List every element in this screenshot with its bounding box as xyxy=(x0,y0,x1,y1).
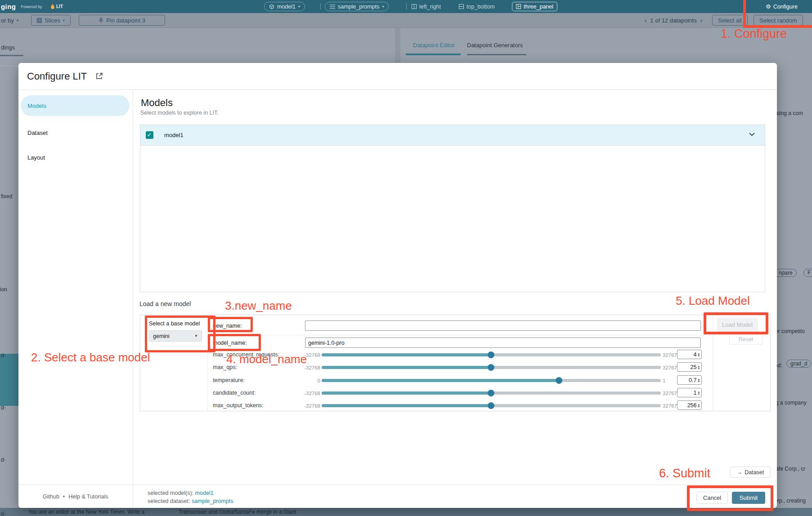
annotation-step1: 1. Configure xyxy=(721,27,787,41)
chevron-down-icon: ▾ xyxy=(382,4,384,9)
prev-datapoint-button[interactable]: ‹ xyxy=(645,17,646,24)
slider-thumb[interactable] xyxy=(488,390,494,396)
load-model-button[interactable]: Load Model xyxy=(717,318,758,332)
spinner-arrows-icon[interactable]: ▴▾ xyxy=(698,378,700,383)
model-selector-button[interactable]: model1 ▾ xyxy=(264,2,305,11)
layout-grid-icon xyxy=(459,4,464,9)
lit-brand: LIT xyxy=(50,2,63,11)
background-fragment: d- xyxy=(1,405,6,411)
powered-by-label: Powered by xyxy=(21,2,42,11)
dataset-selector-button[interactable]: sample_prompts ▾ xyxy=(325,2,389,11)
number-spinner[interactable]: 1▴▾ xyxy=(677,388,702,397)
dialog-header: Configure LIT xyxy=(18,63,777,90)
divider xyxy=(210,335,705,335)
slider-thumb[interactable] xyxy=(556,377,562,384)
section-heading: Models xyxy=(141,97,173,109)
select-random-button[interactable]: Select random xyxy=(754,15,803,26)
background-tab-datapoint-generators[interactable]: Datapoint Generators xyxy=(467,42,523,49)
background-fragment: You are an editor at the New York Times.… xyxy=(28,509,144,515)
background-button-fragment[interactable]: F xyxy=(803,269,812,277)
configure-button[interactable]: ⚙ Configure xyxy=(766,2,798,11)
number-spinner[interactable]: 256▴▾ xyxy=(677,400,702,410)
dialog-title: Configure LIT xyxy=(27,71,87,82)
background-fragment: Transocean and GlobalSantaFe merge in a … xyxy=(179,509,296,515)
model-name-input[interactable] xyxy=(305,338,701,348)
selected-dataset-line: selected dataset: sample_prompts xyxy=(148,498,233,504)
base-model-select[interactable]: gemini ▼ xyxy=(149,330,202,342)
background-fragment: fixed xyxy=(1,193,12,200)
slider[interactable] xyxy=(322,391,661,395)
base-model-label: Select a base model xyxy=(149,320,200,327)
layout-left-right-button[interactable]: left_right xyxy=(412,2,441,11)
chevron-down-icon[interactable] xyxy=(749,133,755,136)
slider-thumb[interactable] xyxy=(488,364,494,371)
slider-thumb[interactable] xyxy=(488,351,494,358)
nav-item-dataset[interactable]: Dataset xyxy=(27,129,48,136)
pin-datapoint-button[interactable]: Pin datapoint 3 xyxy=(79,15,165,26)
color-by-dropdown[interactable]: or by ▾ xyxy=(1,15,18,26)
select-all-button[interactable]: Select all xyxy=(712,15,748,26)
selected-dataset-link[interactable]: sample_prompts xyxy=(192,498,233,504)
divider xyxy=(18,485,777,485)
slider-row-candidate-count: candidate_count: -32768 32767 1▴▾ xyxy=(140,388,707,398)
github-link[interactable]: Github xyxy=(43,494,59,500)
background-tab-embeddings[interactable]: dings xyxy=(1,44,15,51)
nav-item-layout[interactable]: Layout xyxy=(27,154,45,161)
gear-icon: ⚙ xyxy=(766,3,771,10)
number-spinner[interactable]: 25▴▾ xyxy=(677,362,702,372)
flame-icon xyxy=(50,4,55,9)
spinner-arrows-icon[interactable]: ▴▾ xyxy=(698,365,700,369)
model-row[interactable]: model1 xyxy=(140,125,765,146)
selection-toolbar: or by ▾ Slices ▾ Pin datapoint 3 ‹ 1 of … xyxy=(0,13,812,28)
background-fragment: ating a com xyxy=(775,110,803,116)
model-checkbox[interactable] xyxy=(146,131,153,139)
slider[interactable] xyxy=(322,366,661,369)
slider[interactable] xyxy=(322,379,661,382)
model-name-label: model_name: xyxy=(213,340,247,346)
reset-button[interactable]: Reset xyxy=(729,334,763,345)
nav-item-models[interactable]: Models xyxy=(27,102,46,109)
background-fragment: d- xyxy=(1,352,6,359)
background-button-fragment[interactable]: npare xyxy=(775,269,797,277)
spinner-arrows-icon[interactable]: ▴▾ xyxy=(698,391,700,395)
spinner-arrows-icon[interactable]: ▴▾ xyxy=(698,352,700,357)
layout-three-panel-button[interactable]: three_panel xyxy=(512,2,557,11)
list-icon xyxy=(330,4,335,9)
next-datapoint-button[interactable]: › xyxy=(700,17,702,24)
new-name-input[interactable] xyxy=(305,320,701,331)
spinner-arrows-icon[interactable]: ▴▾ xyxy=(698,403,700,408)
go-to-dataset-button[interactable]: → Dataset xyxy=(730,467,771,478)
pagination-label: 1 of 12 datapoints xyxy=(650,17,696,24)
layout-top-bottom-button[interactable]: top_bottom xyxy=(459,2,495,11)
tab-underline xyxy=(0,55,23,56)
divider xyxy=(406,3,407,10)
tab-underline-active xyxy=(406,53,461,55)
annotation-step4: 4. model_name xyxy=(226,352,307,366)
slider[interactable] xyxy=(322,353,661,356)
annotation-step3: 3.new_name xyxy=(225,299,292,313)
slider-row-max-qps: max_qps: -32768 32767 25▴▾ xyxy=(140,363,707,372)
slider-thumb[interactable] xyxy=(488,402,494,409)
chevron-down-icon: ▾ xyxy=(17,18,18,22)
screen: ging Powered by LIT model1 ▾ sample_prom… xyxy=(0,0,812,516)
slices-button[interactable]: Slices ▾ xyxy=(31,15,71,26)
background-tab-datapoint-editor[interactable]: Datapoint Editor xyxy=(413,42,455,49)
submit-button[interactable]: Submit xyxy=(732,492,765,504)
cancel-button[interactable]: Cancel xyxy=(696,492,728,504)
open-in-new-icon[interactable] xyxy=(96,72,103,80)
background-fragment: d- xyxy=(1,511,6,516)
model-name-label: model1 xyxy=(164,132,184,138)
background-chip-fragment: grad_d xyxy=(786,360,811,368)
model-list: model1 xyxy=(140,125,765,292)
selected-model-link[interactable]: model1 xyxy=(195,490,214,496)
number-spinner[interactable]: 4▴▾ xyxy=(677,350,702,359)
section-subheading: Select models to explore in LIT. xyxy=(140,110,219,116)
number-spinner[interactable]: 0.7▴▾ xyxy=(677,375,702,385)
tab-underline xyxy=(467,54,526,55)
background-fragment: d- xyxy=(1,457,6,463)
slider[interactable] xyxy=(322,404,661,407)
chevron-down-icon: ▾ xyxy=(298,4,300,9)
new-name-label: new_name: xyxy=(213,323,242,329)
help-tutorials-link[interactable]: Help & Tutorials xyxy=(68,494,108,500)
lit-label: LIT xyxy=(56,4,63,9)
